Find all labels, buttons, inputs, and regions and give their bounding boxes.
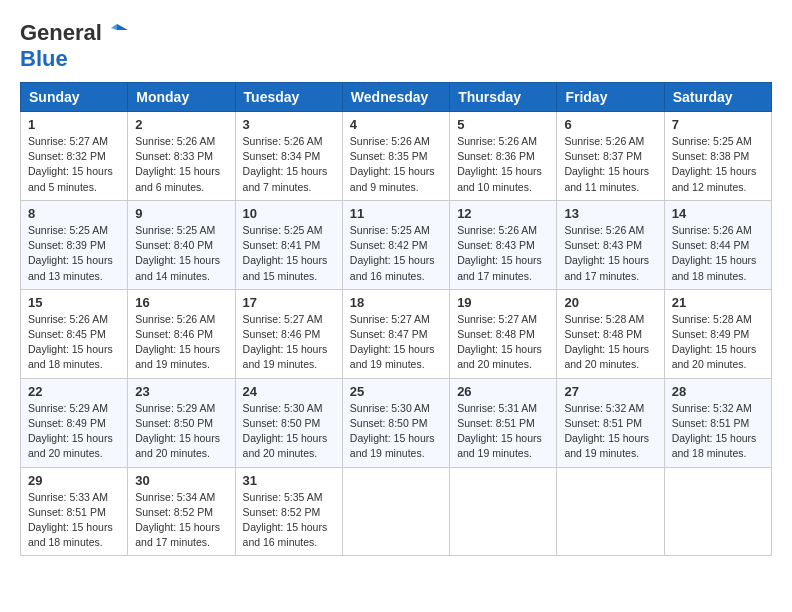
daylight-minutes: and 15 minutes. bbox=[243, 270, 318, 282]
calendar-cell: 16 Sunrise: 5:26 AM Sunset: 8:46 PM Dayl… bbox=[128, 289, 235, 378]
calendar-cell: 12 Sunrise: 5:26 AM Sunset: 8:43 PM Dayl… bbox=[450, 200, 557, 289]
calendar-header-tuesday: Tuesday bbox=[235, 83, 342, 112]
daylight-minutes: and 19 minutes. bbox=[457, 447, 532, 459]
daylight-minutes: and 20 minutes. bbox=[564, 358, 639, 370]
daylight-label: Daylight: 15 hours bbox=[28, 165, 113, 177]
day-number: 13 bbox=[564, 206, 656, 221]
calendar-week-5: 29 Sunrise: 5:33 AM Sunset: 8:51 PM Dayl… bbox=[21, 467, 772, 556]
daylight-label: Daylight: 15 hours bbox=[28, 343, 113, 355]
day-info: Sunrise: 5:27 AM Sunset: 8:32 PM Dayligh… bbox=[28, 134, 120, 195]
sunrise-label: Sunrise: 5:25 AM bbox=[672, 135, 752, 147]
sunset-label: Sunset: 8:48 PM bbox=[564, 328, 642, 340]
sunset-label: Sunset: 8:51 PM bbox=[28, 506, 106, 518]
day-info: Sunrise: 5:25 AM Sunset: 8:42 PM Dayligh… bbox=[350, 223, 442, 284]
daylight-label: Daylight: 15 hours bbox=[564, 432, 649, 444]
calendar-cell: 6 Sunrise: 5:26 AM Sunset: 8:37 PM Dayli… bbox=[557, 112, 664, 201]
sunrise-label: Sunrise: 5:27 AM bbox=[350, 313, 430, 325]
sunset-label: Sunset: 8:44 PM bbox=[672, 239, 750, 251]
daylight-label: Daylight: 15 hours bbox=[564, 343, 649, 355]
day-info: Sunrise: 5:26 AM Sunset: 8:34 PM Dayligh… bbox=[243, 134, 335, 195]
calendar-cell: 21 Sunrise: 5:28 AM Sunset: 8:49 PM Dayl… bbox=[664, 289, 771, 378]
day-info: Sunrise: 5:26 AM Sunset: 8:37 PM Dayligh… bbox=[564, 134, 656, 195]
day-number: 28 bbox=[672, 384, 764, 399]
day-number: 31 bbox=[243, 473, 335, 488]
daylight-minutes: and 20 minutes. bbox=[28, 447, 103, 459]
sunset-label: Sunset: 8:51 PM bbox=[672, 417, 750, 429]
day-info: Sunrise: 5:27 AM Sunset: 8:48 PM Dayligh… bbox=[457, 312, 549, 373]
daylight-label: Daylight: 15 hours bbox=[243, 254, 328, 266]
sunset-label: Sunset: 8:50 PM bbox=[135, 417, 213, 429]
day-number: 10 bbox=[243, 206, 335, 221]
sunset-label: Sunset: 8:52 PM bbox=[243, 506, 321, 518]
calendar-header-row: SundayMondayTuesdayWednesdayThursdayFrid… bbox=[21, 83, 772, 112]
day-info: Sunrise: 5:26 AM Sunset: 8:36 PM Dayligh… bbox=[457, 134, 549, 195]
sunrise-label: Sunrise: 5:34 AM bbox=[135, 491, 215, 503]
calendar-week-4: 22 Sunrise: 5:29 AM Sunset: 8:49 PM Dayl… bbox=[21, 378, 772, 467]
daylight-minutes: and 19 minutes. bbox=[243, 358, 318, 370]
day-number: 19 bbox=[457, 295, 549, 310]
sunrise-label: Sunrise: 5:26 AM bbox=[243, 135, 323, 147]
day-number: 14 bbox=[672, 206, 764, 221]
calendar-header-wednesday: Wednesday bbox=[342, 83, 449, 112]
daylight-minutes: and 18 minutes. bbox=[672, 447, 747, 459]
calendar-cell: 7 Sunrise: 5:25 AM Sunset: 8:38 PM Dayli… bbox=[664, 112, 771, 201]
daylight-label: Daylight: 15 hours bbox=[457, 432, 542, 444]
calendar-cell bbox=[450, 467, 557, 556]
daylight-label: Daylight: 15 hours bbox=[564, 165, 649, 177]
calendar-cell: 15 Sunrise: 5:26 AM Sunset: 8:45 PM Dayl… bbox=[21, 289, 128, 378]
sunrise-label: Sunrise: 5:33 AM bbox=[28, 491, 108, 503]
day-info: Sunrise: 5:29 AM Sunset: 8:50 PM Dayligh… bbox=[135, 401, 227, 462]
sunrise-label: Sunrise: 5:25 AM bbox=[243, 224, 323, 236]
daylight-minutes: and 19 minutes. bbox=[135, 358, 210, 370]
day-number: 15 bbox=[28, 295, 120, 310]
sunset-label: Sunset: 8:35 PM bbox=[350, 150, 428, 162]
logo-blue: Blue bbox=[20, 46, 68, 71]
sunset-label: Sunset: 8:51 PM bbox=[457, 417, 535, 429]
calendar-week-3: 15 Sunrise: 5:26 AM Sunset: 8:45 PM Dayl… bbox=[21, 289, 772, 378]
daylight-label: Daylight: 15 hours bbox=[672, 165, 757, 177]
day-number: 16 bbox=[135, 295, 227, 310]
day-number: 20 bbox=[564, 295, 656, 310]
sunrise-label: Sunrise: 5:32 AM bbox=[672, 402, 752, 414]
calendar-cell: 23 Sunrise: 5:29 AM Sunset: 8:50 PM Dayl… bbox=[128, 378, 235, 467]
day-number: 21 bbox=[672, 295, 764, 310]
daylight-label: Daylight: 15 hours bbox=[350, 165, 435, 177]
sunrise-label: Sunrise: 5:27 AM bbox=[28, 135, 108, 147]
day-info: Sunrise: 5:27 AM Sunset: 8:46 PM Dayligh… bbox=[243, 312, 335, 373]
day-number: 12 bbox=[457, 206, 549, 221]
sunset-label: Sunset: 8:48 PM bbox=[457, 328, 535, 340]
day-info: Sunrise: 5:32 AM Sunset: 8:51 PM Dayligh… bbox=[564, 401, 656, 462]
day-number: 23 bbox=[135, 384, 227, 399]
day-info: Sunrise: 5:25 AM Sunset: 8:38 PM Dayligh… bbox=[672, 134, 764, 195]
calendar-cell: 11 Sunrise: 5:25 AM Sunset: 8:42 PM Dayl… bbox=[342, 200, 449, 289]
sunrise-label: Sunrise: 5:25 AM bbox=[28, 224, 108, 236]
calendar-cell: 4 Sunrise: 5:26 AM Sunset: 8:35 PM Dayli… bbox=[342, 112, 449, 201]
calendar-cell: 30 Sunrise: 5:34 AM Sunset: 8:52 PM Dayl… bbox=[128, 467, 235, 556]
day-number: 3 bbox=[243, 117, 335, 132]
day-number: 30 bbox=[135, 473, 227, 488]
daylight-label: Daylight: 15 hours bbox=[672, 432, 757, 444]
sunrise-label: Sunrise: 5:26 AM bbox=[457, 135, 537, 147]
day-info: Sunrise: 5:25 AM Sunset: 8:40 PM Dayligh… bbox=[135, 223, 227, 284]
sunrise-label: Sunrise: 5:30 AM bbox=[243, 402, 323, 414]
daylight-minutes: and 16 minutes. bbox=[350, 270, 425, 282]
daylight-label: Daylight: 15 hours bbox=[672, 343, 757, 355]
calendar-header-friday: Friday bbox=[557, 83, 664, 112]
sunrise-label: Sunrise: 5:28 AM bbox=[672, 313, 752, 325]
daylight-label: Daylight: 15 hours bbox=[457, 343, 542, 355]
sunset-label: Sunset: 8:32 PM bbox=[28, 150, 106, 162]
daylight-minutes: and 11 minutes. bbox=[564, 181, 639, 193]
calendar-cell: 14 Sunrise: 5:26 AM Sunset: 8:44 PM Dayl… bbox=[664, 200, 771, 289]
day-number: 18 bbox=[350, 295, 442, 310]
day-info: Sunrise: 5:26 AM Sunset: 8:46 PM Dayligh… bbox=[135, 312, 227, 373]
day-number: 9 bbox=[135, 206, 227, 221]
calendar-cell: 19 Sunrise: 5:27 AM Sunset: 8:48 PM Dayl… bbox=[450, 289, 557, 378]
sunrise-label: Sunrise: 5:26 AM bbox=[564, 224, 644, 236]
daylight-label: Daylight: 15 hours bbox=[28, 432, 113, 444]
daylight-minutes: and 14 minutes. bbox=[135, 270, 210, 282]
svg-marker-1 bbox=[111, 24, 117, 30]
daylight-minutes: and 16 minutes. bbox=[243, 536, 318, 548]
sunrise-label: Sunrise: 5:25 AM bbox=[135, 224, 215, 236]
sunrise-label: Sunrise: 5:27 AM bbox=[457, 313, 537, 325]
day-info: Sunrise: 5:26 AM Sunset: 8:43 PM Dayligh… bbox=[457, 223, 549, 284]
